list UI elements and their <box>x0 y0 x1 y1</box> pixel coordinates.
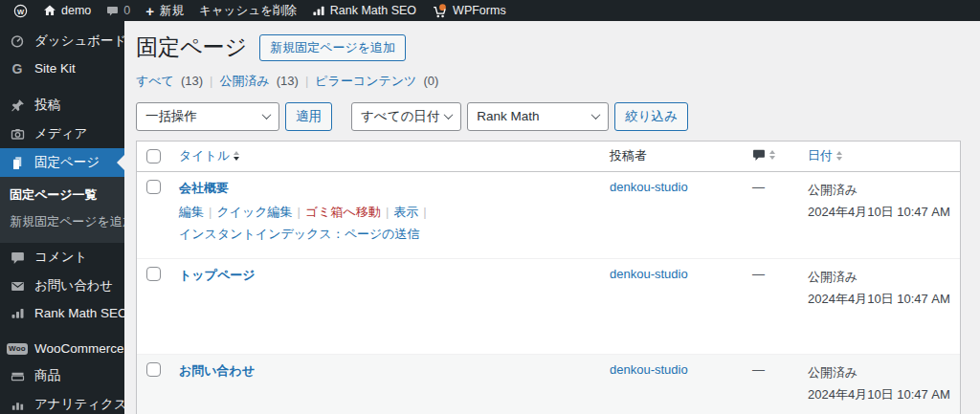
sort-by-title[interactable]: タイトル <box>179 147 239 164</box>
sidebar-item-rank-math[interactable]: Rank Math SEO <box>0 300 124 326</box>
submenu-add-new-page[interactable]: 新規固定ページを追加 <box>0 208 124 235</box>
admin-bar-wpforms[interactable]: WPForms <box>424 0 514 21</box>
action-separator: | <box>209 205 212 219</box>
filter-all-link[interactable]: すべて <box>136 73 174 90</box>
products-icon <box>9 369 26 383</box>
page-title-link[interactable]: お問い合わせ <box>179 363 255 378</box>
sort-arrows-icon <box>234 151 239 161</box>
filter-separator: | <box>305 74 308 88</box>
filter-published-link[interactable]: 公開済み <box>219 73 269 90</box>
filter-published-count: (13) <box>277 74 299 88</box>
date-column-header: 日付 <box>808 147 833 164</box>
sidebar-item-posts[interactable]: 投稿 <box>0 91 124 120</box>
page-title-link[interactable]: トップページ <box>179 268 256 282</box>
admin-bar-new-menu[interactable]: + 新規 <box>138 0 191 21</box>
sidebar-item-analytics[interactable]: アナリティクス <box>0 390 124 414</box>
admin-sidebar: ダッシュボード G Site Kit 投稿 メディア 固定ページ 固定ページ一覧 <box>0 21 124 414</box>
sidebar-label-analytics: アナリティクス <box>34 396 124 413</box>
filter-pillar-link[interactable]: ピラーコンテンツ <box>315 73 416 90</box>
sort-by-comments[interactable] <box>752 148 775 162</box>
rank-math-chart-icon <box>312 4 325 17</box>
sort-by-date[interactable]: 日付 <box>808 147 842 164</box>
pushpin-icon <box>9 98 26 113</box>
author-link[interactable]: denkou-studio <box>610 362 688 377</box>
view-action[interactable]: 表示 <box>393 204 418 221</box>
view-filters: すべて (13) | 公開済み (13) | ピラーコンテンツ (0) <box>136 73 961 90</box>
site-kit-icon: G <box>9 62 26 76</box>
sidebar-item-dashboard[interactable]: ダッシュボード <box>0 27 124 55</box>
row-actions: 編集 | クイック編集 | ゴミ箱へ移動 | 表示 | インスタントインデックス… <box>179 204 594 243</box>
sort-arrows-icon <box>769 150 775 160</box>
admin-bar-wpforms-label: WPForms <box>453 4 506 17</box>
filter-button[interactable]: 絞り込み <box>614 102 688 131</box>
wordpress-logo-menu[interactable]: W <box>6 0 35 21</box>
sidebar-label-site-kit: Site Kit <box>34 61 76 76</box>
main-content: 固定ページ 新規固定ページを追加 すべて (13) | 公開済み (13) | … <box>124 21 980 414</box>
comment-icon <box>9 251 26 265</box>
comments-column-icon <box>752 148 766 162</box>
cart-badge-icon <box>432 3 448 19</box>
sidebar-item-pages[interactable]: 固定ページ <box>0 148 124 177</box>
pages-icon <box>9 156 26 170</box>
sidebar-item-comments[interactable]: コメント <box>0 243 124 272</box>
apply-button[interactable]: 適用 <box>285 102 332 131</box>
title-column-header: タイトル <box>179 147 230 164</box>
submenu-all-pages[interactable]: 固定ページ一覧 <box>0 182 124 208</box>
sidebar-label-comments: コメント <box>34 249 87 266</box>
row-checkbox[interactable] <box>146 362 161 377</box>
add-new-page-button[interactable]: 新規固定ページを追加 <box>259 34 406 61</box>
menu-separator <box>0 81 124 91</box>
trash-action[interactable]: ゴミ箱へ移動 <box>305 204 381 221</box>
admin-bar-comments[interactable]: 0 <box>99 0 138 21</box>
comments-count: — <box>752 362 765 377</box>
table-nav: 一括操作 適用 すべての日付 Rank Math 絞り込み <box>136 102 961 131</box>
rank-math-icon <box>9 306 26 320</box>
pages-submenu: 固定ページ一覧 新規固定ページを追加 <box>0 177 124 243</box>
page-date: 2024年4月10日 10:47 AM <box>808 202 952 224</box>
dates-value: すべての日付 <box>361 108 439 125</box>
action-separator: | <box>423 205 426 219</box>
sidebar-item-site-kit[interactable]: G Site Kit <box>0 55 124 81</box>
admin-bar-site-link[interactable]: demo <box>35 0 99 21</box>
table-header-row: タイトル 投稿者 日付 <box>137 142 960 172</box>
dashboard-icon <box>9 33 26 49</box>
page-title: 固定ページ <box>136 33 247 62</box>
quick-edit-action[interactable]: クイック編集 <box>216 204 292 221</box>
sidebar-label-posts: 投稿 <box>34 97 60 114</box>
action-separator: | <box>386 205 389 219</box>
admin-bar-rank-math-label: Rank Math SEO <box>330 4 416 17</box>
table-row: 会社概要 編集 | クイック編集 | ゴミ箱へ移動 | 表示 | インスタントイ… <box>137 172 960 258</box>
rank-math-filter-select[interactable]: Rank Math <box>467 102 609 131</box>
analytics-icon <box>9 398 26 412</box>
sidebar-item-contact[interactable]: お問い合わせ <box>0 272 124 300</box>
sidebar-label-dashboard: ダッシュボード <box>34 33 124 50</box>
sidebar-item-woocommerce[interactable]: Woo WooCommerce <box>0 336 124 361</box>
page-status: 公開済み <box>808 267 952 289</box>
admin-bar-clear-cache[interactable]: キャッシュを削除 <box>191 0 304 21</box>
media-icon <box>9 127 26 142</box>
author-link[interactable]: denkou-studio <box>610 267 688 281</box>
comments-bubble-icon <box>106 5 119 17</box>
row-checkbox[interactable] <box>146 267 161 281</box>
dates-select[interactable]: すべての日付 <box>351 102 461 131</box>
comments-count: — <box>752 180 765 194</box>
pages-list-table: タイトル 投稿者 日付 <box>136 141 961 414</box>
row-checkbox[interactable] <box>146 180 161 194</box>
author-column-header: 投稿者 <box>610 148 647 163</box>
sidebar-item-products[interactable]: 商品 <box>0 361 124 390</box>
author-link[interactable]: denkou-studio <box>610 180 688 194</box>
page-title-link[interactable]: 会社概要 <box>179 181 229 195</box>
chevron-down-icon <box>444 111 454 120</box>
select-all-checkbox[interactable] <box>146 149 161 163</box>
instant-indexing-action[interactable]: インスタントインデックス：ページの送信 <box>179 226 420 243</box>
admin-bar-rank-math[interactable]: Rank Math SEO <box>304 0 424 21</box>
admin-bar-site-name: demo <box>61 4 91 17</box>
sidebar-item-media[interactable]: メディア <box>0 120 124 148</box>
table-row: トップページ denkou-studio — 公開済み 2024年4月10日 1… <box>137 258 960 354</box>
edit-action[interactable]: 編集 <box>179 204 204 221</box>
page-date: 2024年4月10日 10:47 AM <box>808 384 952 406</box>
bulk-actions-select[interactable]: 一括操作 <box>136 102 279 131</box>
sidebar-label-contact: お問い合わせ <box>34 277 113 294</box>
menu-separator <box>0 326 124 336</box>
woocommerce-icon: Woo <box>9 343 26 355</box>
